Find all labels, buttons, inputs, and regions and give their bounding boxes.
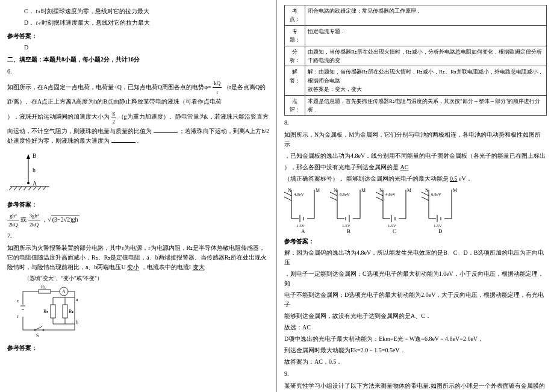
option-d: D． t₄ 时刻摆球速度最大，悬线对它的拉力最大: [7, 18, 269, 28]
svg-text:8.8eV: 8.8eV: [340, 192, 350, 197]
svg-text:R₁: R₁: [41, 285, 46, 290]
svg-text:N: N: [379, 188, 383, 193]
svg-text:N: N: [425, 188, 429, 193]
q9-p1: 某研究性学习小组设计了以下方法来测量物体的带电量.如图所示的小球是一个外表面镀有…: [284, 381, 547, 392]
svg-text:4.9eV: 4.9eV: [294, 192, 304, 197]
svg-line-12: [33, 187, 36, 190]
svg-text:1.5V: 1.5V: [342, 223, 350, 228]
svg-line-10: [23, 187, 26, 190]
svg-line-75: [376, 197, 383, 201]
svg-line-90: [422, 197, 429, 201]
q7-number: 7.: [7, 231, 269, 241]
svg-text:M: M: [453, 188, 457, 193]
row-zt-label: 专题：: [285, 25, 305, 46]
q8-p2: ，已知金属板的逸出功为4.8eV．线分别用不同能量的电子照射金属板（各光子的能量…: [284, 151, 547, 161]
diagram-d: N M 6.8eV 1.5V D: [422, 186, 464, 233]
q9-number: 9.: [284, 369, 547, 379]
q8-p3-line: ），那么各图中没有光电子到达金属网的是 AC: [284, 163, 547, 172]
blank-1: [154, 127, 178, 133]
svg-text:N: N: [334, 188, 337, 193]
answer-5: D: [7, 43, 269, 52]
q8-p4-line: （填正确答案标号）． 能够到达金属网的光电子的最大动能是 0.5 eV．: [284, 174, 547, 184]
svg-text:ε: ε: [17, 298, 19, 303]
answer-6: gh² 2kQ 或 3gh² 2kQ ，√(3−2√2)gh: [7, 211, 269, 229]
figure-q6: B h A: [7, 148, 269, 196]
optd-text: 时刻摆球速度最大，悬线对它的拉力最大: [42, 19, 150, 26]
blank-2: [111, 137, 135, 143]
row-jd-value: 解：由题知，当传感器R₂所在处出现火情时，R₂减小，R₂、R₃并联电阻减小，外电…: [305, 66, 547, 95]
ans6-or: 或: [20, 216, 26, 223]
q8-number: 8.: [284, 118, 547, 128]
q8-ans2: 0.5: [450, 175, 458, 182]
q7-blank-1: 变小: [127, 264, 139, 270]
svg-text:6.8eV: 6.8eV: [431, 192, 441, 197]
svg-line-14: [43, 187, 46, 190]
ref-answer-label-1: 参考答案：: [7, 31, 269, 41]
ans6-comma: ，√: [42, 216, 51, 223]
q6-para2: ），液珠开始运动瞬间的加速度大小为 g2 （g为重力加速度）。静电常量为k，若液…: [7, 108, 269, 146]
row-jd-label: 解答：: [285, 66, 305, 95]
q7-p2: ，电流表中的电流I: [141, 264, 191, 270]
q7-para: 如图所示为火警报警装置的部分电路，其中ε为电源，r为电源内阻，R₂是半导体热敏电…: [7, 243, 269, 272]
option-c: C． t₃ 时刻摆球速度为零，悬线对它的拉力最大: [7, 7, 269, 16]
ref-answer-label-3: 参考答案：: [7, 343, 269, 353]
ans6-frac2: 3gh² 2kQ: [28, 211, 40, 229]
diagram-c: N M 4.8eV 1.5V C: [376, 186, 418, 233]
sol-p6: D项中逸出的光电子最大初动能为：Ekm=E光－W逸=6.8eV－4.8eV=2.…: [284, 334, 547, 344]
sol-p1: 解：因为金属钨的逸出功为4.8eV，所以能发生光电效应的是B、C、D．B选项所加…: [284, 248, 547, 267]
q6-p2a: ），液珠开始运动瞬间的加速度大小为: [7, 113, 110, 120]
q7-hint: （选填"变大"、"变小"或"不变"）: [7, 274, 269, 282]
sol-p4: 能够到达金属网，故没有光电子达到金属网的是A、C．: [284, 311, 547, 321]
svg-line-11: [28, 187, 31, 190]
row-kd-value: 闭合电路的欧姆定律；常见传感器的工作原理．: [305, 5, 547, 26]
phi-frac: kQr: [213, 79, 222, 97]
svg-text:1.5V: 1.5V: [434, 223, 442, 228]
ref-answer-label-4: 参考答案：: [284, 237, 547, 246]
q6-p1a: 如图所示，在A点固定一点电荷，电荷量+Q，已知点电荷Q周围各点的电势φ=: [7, 84, 211, 90]
svg-text:C: C: [393, 228, 396, 233]
ans6-sqrt: (3−2√2)gh: [51, 216, 79, 223]
svg-line-23: [35, 326, 42, 330]
svg-text:a: a: [76, 297, 78, 302]
row-jd-v1: 解：由题知，当传感器R₂所在处出现火情时，R₂减小，R₂、R₃并联电阻减小，外电…: [308, 67, 544, 85]
svg-text:M: M: [316, 188, 320, 193]
svg-text:S: S: [36, 333, 39, 338]
q6-para1: 如图所示，在A点固定一点电荷，电荷量+Q，已知点电荷Q周围各点的电势φ= kQr…: [7, 79, 269, 107]
diagram-a: N M 4.9eV 1.5V A: [284, 186, 326, 233]
sol-p7: 到达金属网时最大动能为Ek=2.0－1.5=0.5eV．: [284, 346, 547, 355]
section-2-title: 二、填空题：本题共8小题，每小题2分，共计16分: [7, 55, 269, 64]
g2-frac: g2: [111, 108, 117, 126]
row-fx-value: 由题知，当传感器R₂所在处出现火情时，R₂减小，分析外电路总电阻如何变化，根据欧…: [305, 46, 547, 66]
svg-text:B: B: [33, 152, 37, 159]
analysis-table: 考点： 闭合电路的欧姆定律；常见传感器的工作原理． 专题： 恒定电流专题． 分析…: [284, 5, 547, 116]
svg-text:M: M: [361, 188, 366, 193]
svg-line-13: [38, 187, 41, 190]
svg-text:R₃: R₃: [69, 309, 73, 314]
q8-p3: ），那么各图中没有光电子到达金属网的是: [284, 164, 399, 170]
sol-p8: 故答案为：AC，0.5．: [284, 357, 547, 367]
row-jd-v2: 故答案是：变大，变大: [308, 85, 544, 93]
figure-q7-circuit: ε r S R₁ A a b R₂ R₃: [17, 285, 269, 340]
q6-p2d: 。: [137, 137, 143, 144]
svg-text:A: A: [62, 289, 66, 294]
svg-text:A: A: [33, 180, 37, 187]
svg-line-8: [14, 187, 17, 190]
t3-var: t₃: [36, 8, 40, 14]
row-zt-value: 恒定电流专题．: [305, 25, 547, 46]
q8-p4c: eV．: [459, 175, 472, 182]
svg-text:R₂: R₂: [43, 309, 48, 314]
svg-text:A: A: [301, 228, 305, 233]
sol-p2: ，则电子一定能到达金属网；C选项光电子的最大初动能为1.0eV，小于反向电压，根…: [284, 269, 547, 288]
svg-text:h: h: [33, 167, 36, 173]
q8-p4a: （填正确答案标号）．: [284, 175, 344, 182]
svg-line-7: [9, 187, 12, 190]
svg-rect-31: [51, 305, 55, 318]
right-column: 考点： 闭合电路的欧姆定律；常见传感器的工作原理． 专题： 恒定电流专题． 分析…: [277, 0, 554, 392]
sol-p5: 故选：AC: [284, 323, 547, 332]
q8-diagrams: N M 4.9eV 1.5V A N M 8.8eV: [284, 186, 547, 233]
row-fx-label: 分析：: [285, 46, 305, 66]
svg-text:N: N: [288, 188, 291, 193]
svg-text:D: D: [438, 228, 443, 233]
svg-text:4.8eV: 4.8eV: [385, 192, 396, 197]
q7-blank-2: 变大: [193, 264, 205, 270]
